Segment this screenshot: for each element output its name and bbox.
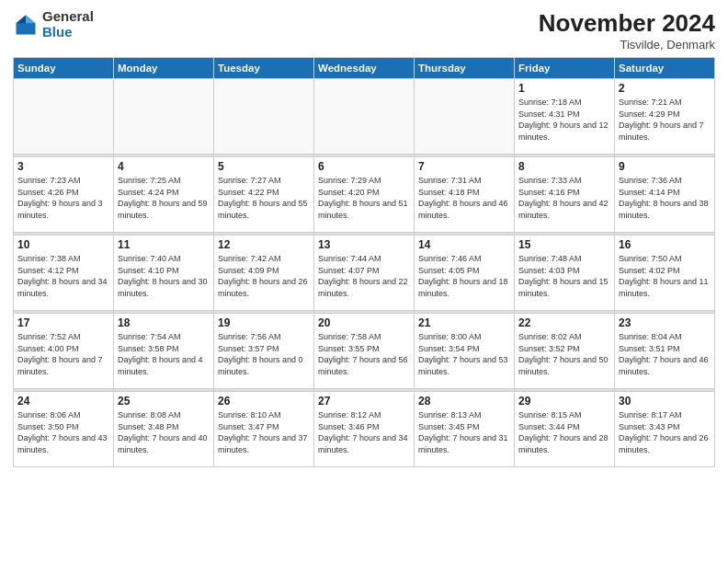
day-num-30: 30 (619, 395, 711, 408)
calendar-header-row: Sunday Monday Tuesday Wednesday Thursday… (14, 58, 715, 79)
week-row-3: 10Sunrise: 7:38 AM Sunset: 4:12 PM Dayli… (14, 236, 715, 311)
week-row-1: 1Sunrise: 7:18 AM Sunset: 4:31 PM Daylig… (14, 79, 715, 155)
day-num-12: 12 (218, 238, 310, 251)
day-info-16: Sunrise: 7:50 AM Sunset: 4:02 PM Dayligh… (619, 253, 711, 299)
day-info-9: Sunrise: 7:36 AM Sunset: 4:14 PM Dayligh… (619, 175, 711, 221)
cell-w5-d5: 29Sunrise: 8:15 AM Sunset: 3:44 PM Dayli… (515, 392, 615, 467)
day-num-16: 16 (619, 238, 711, 251)
day-info-24: Sunrise: 8:06 AM Sunset: 3:50 PM Dayligh… (17, 409, 109, 455)
day-num-9: 9 (619, 160, 711, 173)
day-num-3: 3 (17, 160, 109, 173)
day-info-28: Sunrise: 8:13 AM Sunset: 3:45 PM Dayligh… (418, 409, 510, 455)
day-num-4: 4 (118, 160, 210, 173)
cell-w3-d3: 13Sunrise: 7:44 AM Sunset: 4:07 PM Dayli… (314, 236, 415, 311)
header-monday: Monday (114, 58, 214, 79)
day-num-1: 1 (518, 82, 610, 95)
cell-w3-d0: 10Sunrise: 7:38 AM Sunset: 4:12 PM Dayli… (14, 236, 114, 311)
cell-w2-d0: 3Sunrise: 7:23 AM Sunset: 4:26 PM Daylig… (14, 157, 114, 233)
cell-w1-d1 (114, 79, 214, 155)
header-thursday: Thursday (415, 58, 515, 79)
day-num-7: 7 (418, 160, 510, 173)
header-tuesday: Tuesday (214, 58, 314, 79)
day-info-3: Sunrise: 7:23 AM Sunset: 4:26 PM Dayligh… (17, 175, 109, 221)
cell-w2-d3: 6Sunrise: 7:29 AM Sunset: 4:20 PM Daylig… (314, 157, 415, 233)
day-num-29: 29 (518, 395, 610, 408)
day-num-6: 6 (318, 160, 410, 173)
day-num-18: 18 (118, 316, 210, 329)
cell-w4-d6: 23Sunrise: 8:04 AM Sunset: 3:51 PM Dayli… (615, 314, 715, 389)
week-row-2: 3Sunrise: 7:23 AM Sunset: 4:26 PM Daylig… (14, 157, 715, 233)
day-info-10: Sunrise: 7:38 AM Sunset: 4:12 PM Dayligh… (17, 253, 109, 299)
svg-marker-1 (26, 15, 36, 23)
cell-w5-d1: 25Sunrise: 8:08 AM Sunset: 3:48 PM Dayli… (114, 392, 214, 467)
day-num-22: 22 (518, 316, 610, 329)
cell-w2-d6: 9Sunrise: 7:36 AM Sunset: 4:14 PM Daylig… (615, 157, 715, 233)
day-info-18: Sunrise: 7:54 AM Sunset: 3:58 PM Dayligh… (118, 331, 210, 377)
cell-w1-d2 (214, 79, 314, 155)
cell-w1-d6: 2Sunrise: 7:21 AM Sunset: 4:29 PM Daylig… (615, 79, 715, 155)
header-saturday: Saturday (615, 58, 715, 79)
logo-blue: Blue (42, 24, 73, 40)
logo-icon (13, 12, 39, 38)
location: Tisvilde, Denmark (539, 38, 715, 52)
header-wednesday: Wednesday (314, 58, 415, 79)
day-info-20: Sunrise: 7:58 AM Sunset: 3:55 PM Dayligh… (318, 331, 410, 377)
cell-w4-d4: 21Sunrise: 8:00 AM Sunset: 3:54 PM Dayli… (415, 314, 515, 389)
day-num-25: 25 (118, 395, 210, 408)
cell-w4-d2: 19Sunrise: 7:56 AM Sunset: 3:57 PM Dayli… (214, 314, 314, 389)
cell-w1-d4 (415, 79, 515, 155)
day-info-15: Sunrise: 7:48 AM Sunset: 4:03 PM Dayligh… (518, 253, 610, 299)
day-info-29: Sunrise: 8:15 AM Sunset: 3:44 PM Dayligh… (518, 409, 610, 455)
day-info-13: Sunrise: 7:44 AM Sunset: 4:07 PM Dayligh… (318, 253, 410, 299)
cell-w3-d1: 11Sunrise: 7:40 AM Sunset: 4:10 PM Dayli… (114, 236, 214, 311)
logo-general: General (42, 8, 94, 24)
cell-w1-d0 (14, 79, 114, 155)
day-info-26: Sunrise: 8:10 AM Sunset: 3:47 PM Dayligh… (218, 409, 310, 455)
day-info-7: Sunrise: 7:31 AM Sunset: 4:18 PM Dayligh… (418, 175, 510, 221)
day-num-14: 14 (418, 238, 510, 251)
cell-w2-d2: 5Sunrise: 7:27 AM Sunset: 4:22 PM Daylig… (214, 157, 314, 233)
day-info-22: Sunrise: 8:02 AM Sunset: 3:52 PM Dayligh… (518, 331, 610, 377)
header: General Blue November 2024 Tisvilde, Den… (13, 9, 715, 52)
day-info-2: Sunrise: 7:21 AM Sunset: 4:29 PM Dayligh… (619, 97, 711, 143)
cell-w3-d6: 16Sunrise: 7:50 AM Sunset: 4:02 PM Dayli… (615, 236, 715, 311)
day-num-21: 21 (418, 316, 510, 329)
day-info-14: Sunrise: 7:46 AM Sunset: 4:05 PM Dayligh… (418, 253, 510, 299)
day-num-20: 20 (318, 316, 410, 329)
cell-w4-d0: 17Sunrise: 7:52 AM Sunset: 4:00 PM Dayli… (14, 314, 114, 389)
cell-w2-d1: 4Sunrise: 7:25 AM Sunset: 4:24 PM Daylig… (114, 157, 214, 233)
cell-w5-d4: 28Sunrise: 8:13 AM Sunset: 3:45 PM Dayli… (415, 392, 515, 467)
day-num-26: 26 (218, 395, 310, 408)
day-num-8: 8 (518, 160, 610, 173)
day-info-5: Sunrise: 7:27 AM Sunset: 4:22 PM Dayligh… (218, 175, 310, 221)
cell-w5-d2: 26Sunrise: 8:10 AM Sunset: 3:47 PM Dayli… (214, 392, 314, 467)
day-num-2: 2 (619, 82, 711, 95)
day-info-19: Sunrise: 7:56 AM Sunset: 3:57 PM Dayligh… (218, 331, 310, 377)
day-info-12: Sunrise: 7:42 AM Sunset: 4:09 PM Dayligh… (218, 253, 310, 299)
cell-w5-d0: 24Sunrise: 8:06 AM Sunset: 3:50 PM Dayli… (14, 392, 114, 467)
day-num-23: 23 (619, 316, 711, 329)
day-num-19: 19 (218, 316, 310, 329)
day-info-23: Sunrise: 8:04 AM Sunset: 3:51 PM Dayligh… (619, 331, 711, 377)
title-block: November 2024 Tisvilde, Denmark (539, 9, 715, 52)
page: General Blue November 2024 Tisvilde, Den… (0, 0, 728, 563)
svg-marker-2 (17, 15, 27, 23)
cell-w3-d2: 12Sunrise: 7:42 AM Sunset: 4:09 PM Dayli… (214, 236, 314, 311)
cell-w5-d6: 30Sunrise: 8:17 AM Sunset: 3:43 PM Dayli… (615, 392, 715, 467)
day-num-17: 17 (17, 316, 109, 329)
cell-w2-d4: 7Sunrise: 7:31 AM Sunset: 4:18 PM Daylig… (415, 157, 515, 233)
header-friday: Friday (515, 58, 615, 79)
day-info-4: Sunrise: 7:25 AM Sunset: 4:24 PM Dayligh… (118, 175, 210, 221)
day-info-1: Sunrise: 7:18 AM Sunset: 4:31 PM Dayligh… (518, 97, 610, 143)
header-sunday: Sunday (14, 58, 114, 79)
day-info-30: Sunrise: 8:17 AM Sunset: 3:43 PM Dayligh… (619, 409, 711, 455)
cell-w4-d5: 22Sunrise: 8:02 AM Sunset: 3:52 PM Dayli… (515, 314, 615, 389)
day-num-28: 28 (418, 395, 510, 408)
day-num-10: 10 (17, 238, 109, 251)
week-row-5: 24Sunrise: 8:06 AM Sunset: 3:50 PM Dayli… (14, 392, 715, 467)
cell-w5-d3: 27Sunrise: 8:12 AM Sunset: 3:46 PM Dayli… (314, 392, 415, 467)
day-num-13: 13 (318, 238, 410, 251)
day-num-24: 24 (17, 395, 109, 408)
cell-w1-d5: 1Sunrise: 7:18 AM Sunset: 4:31 PM Daylig… (515, 79, 615, 155)
logo: General Blue (13, 9, 94, 40)
